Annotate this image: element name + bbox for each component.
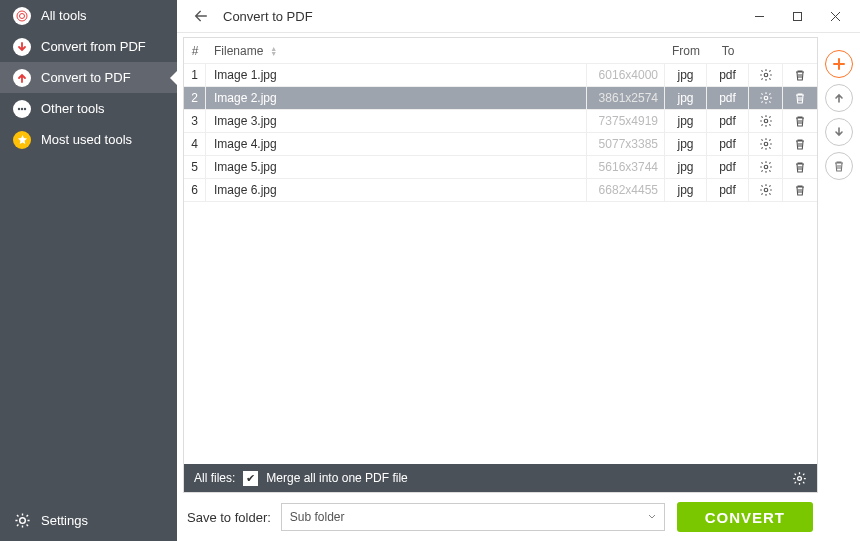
row-settings-button[interactable] [749,156,783,178]
sidebar-settings[interactable]: Settings [0,499,177,541]
folder-select[interactable]: Sub folder [281,503,665,531]
sidebar: All tools Convert from PDF Convert to PD… [0,0,177,541]
chevron-down-icon [648,513,656,521]
row-to: pdf [707,110,749,132]
more-icon [13,100,31,118]
side-tools [818,42,860,180]
row-delete-button[interactable] [783,133,817,155]
row-delete-button[interactable] [783,179,817,201]
row-from: jpg [665,110,707,132]
merge-label: Merge all into one PDF file [266,471,407,485]
row-to: pdf [707,156,749,178]
page-title: Convert to PDF [223,9,313,24]
svg-point-8 [764,96,768,100]
table-row[interactable]: 3Image 3.jpg7375x4919jpgpdf [184,110,817,133]
row-dimensions: 5077x3385 [587,133,665,155]
svg-point-1 [20,13,25,18]
row-settings-button[interactable] [749,179,783,201]
move-up-button[interactable] [825,84,853,112]
row-dimensions: 6016x4000 [587,64,665,86]
row-filename: Image 2.jpg [206,87,587,109]
row-delete-button[interactable] [783,87,817,109]
star-icon [13,131,31,149]
table-row[interactable]: 2Image 2.jpg3861x2574jpgpdf [184,87,817,110]
delete-all-button[interactable] [825,152,853,180]
row-num: 5 [184,156,206,178]
table-row[interactable]: 4Image 4.jpg5077x3385jpgpdf [184,133,817,156]
maximize-button[interactable] [778,0,816,33]
sidebar-item-all-tools[interactable]: All tools [0,0,177,31]
main-panel: Convert to PDF # Filename ▲▼ [177,0,860,541]
row-num: 4 [184,133,206,155]
header-from[interactable]: From [665,44,707,58]
arrow-up-icon [13,69,31,87]
svg-point-7 [764,73,768,77]
all-files-label: All files: [194,471,235,485]
header-num[interactable]: # [184,44,206,58]
row-filename: Image 5.jpg [206,156,587,178]
row-settings-button[interactable] [749,133,783,155]
row-settings-button[interactable] [749,64,783,86]
row-num: 1 [184,64,206,86]
svg-point-13 [798,476,802,480]
sidebar-item-label: Most used tools [41,132,132,147]
file-table: # Filename ▲▼ From To 1Image 1.jpg6016x4… [183,37,818,493]
gear-icon [13,511,31,529]
row-dimensions: 5616x3744 [587,156,665,178]
arrow-down-icon [13,38,31,56]
table-row[interactable]: 6Image 6.jpg6682x4455jpgpdf [184,179,817,202]
move-down-button[interactable] [825,118,853,146]
sidebar-item-convert-to-pdf[interactable]: Convert to PDF [0,62,177,93]
sidebar-item-other-tools[interactable]: Other tools [0,93,177,124]
row-num: 6 [184,179,206,201]
sidebar-item-most-used[interactable]: Most used tools [0,124,177,155]
add-file-button[interactable] [825,50,853,78]
svg-point-4 [24,107,26,109]
all-files-settings-button[interactable] [792,471,807,486]
row-filename: Image 3.jpg [206,110,587,132]
row-filename: Image 1.jpg [206,64,587,86]
row-dimensions: 6682x4455 [587,179,665,201]
row-to: pdf [707,64,749,86]
convert-button[interactable]: CONVERT [677,502,813,532]
merge-checkbox[interactable]: ✔ [243,471,258,486]
settings-label: Settings [41,513,88,528]
svg-point-10 [764,142,768,146]
row-settings-button[interactable] [749,110,783,132]
table-header: # Filename ▲▼ From To [184,38,817,64]
row-to: pdf [707,87,749,109]
sidebar-item-convert-from-pdf[interactable]: Convert from PDF [0,31,177,62]
all-files-bar: All files: ✔ Merge all into one PDF file [184,464,817,492]
svg-point-0 [17,11,27,21]
footer: Save to folder: Sub folder CONVERT [177,493,825,541]
row-dimensions: 7375x4919 [587,110,665,132]
row-from: jpg [665,64,707,86]
row-delete-button[interactable] [783,156,817,178]
svg-point-2 [18,107,20,109]
svg-rect-6 [793,12,801,20]
row-filename: Image 6.jpg [206,179,587,201]
sort-icon: ▲▼ [270,46,277,56]
row-filename: Image 4.jpg [206,133,587,155]
titlebar: Convert to PDF [177,0,860,33]
header-to[interactable]: To [707,44,749,58]
save-folder-label: Save to folder: [187,510,271,525]
minimize-button[interactable] [740,0,778,33]
table-row[interactable]: 1Image 1.jpg6016x4000jpgpdf [184,64,817,87]
sidebar-item-label: Convert to PDF [41,70,131,85]
row-num: 3 [184,110,206,132]
table-row[interactable]: 5Image 5.jpg5616x3744jpgpdf [184,156,817,179]
svg-point-11 [764,165,768,169]
row-to: pdf [707,179,749,201]
sidebar-item-label: Convert from PDF [41,39,146,54]
row-delete-button[interactable] [783,110,817,132]
sidebar-item-label: All tools [41,8,87,23]
row-settings-button[interactable] [749,87,783,109]
row-dimensions: 3861x2574 [587,87,665,109]
close-button[interactable] [816,0,854,33]
header-filename[interactable]: Filename ▲▼ [206,44,587,58]
row-from: jpg [665,87,707,109]
sidebar-item-label: Other tools [41,101,105,116]
row-delete-button[interactable] [783,64,817,86]
back-button[interactable] [189,4,213,28]
